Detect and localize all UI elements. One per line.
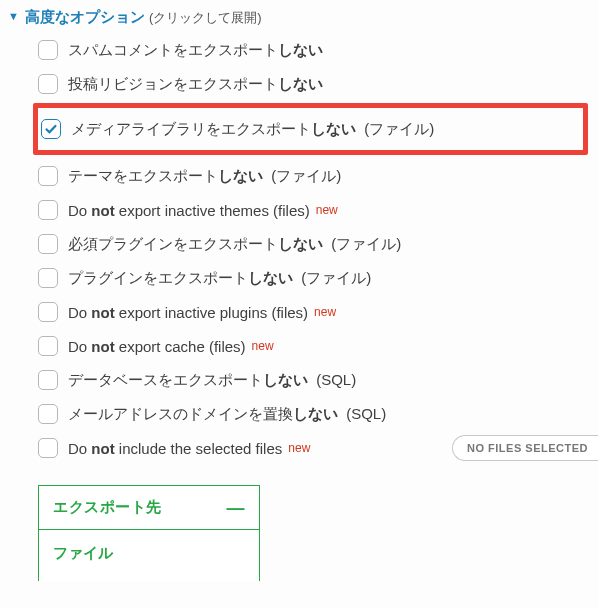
new-badge: new bbox=[314, 305, 336, 319]
option-row: データベースをエクスポートしない (SQL) bbox=[38, 363, 598, 397]
option-label[interactable]: データベースをエクスポートしない (SQL) bbox=[68, 371, 356, 390]
section-hint: (クリックして展開) bbox=[149, 9, 262, 27]
section-title: 高度なオプション bbox=[25, 8, 145, 27]
option-row: 必須プラグインをエクスポートしない (ファイル) bbox=[38, 227, 598, 261]
option-row: メールアドレスのドメインを置換しない (SQL) bbox=[38, 397, 598, 431]
option-label[interactable]: プラグインをエクスポートしない (ファイル) bbox=[68, 269, 371, 288]
option-checkbox[interactable] bbox=[38, 166, 58, 186]
option-checkbox[interactable] bbox=[38, 200, 58, 220]
export-destination-header[interactable]: エクスポート先 — bbox=[39, 486, 259, 530]
option-label[interactable]: テーマをエクスポートしない (ファイル) bbox=[68, 167, 341, 186]
option-label[interactable]: 必須プラグインをエクスポートしない (ファイル) bbox=[68, 235, 401, 254]
option-row: 投稿リビジョンをエクスポートしない bbox=[38, 67, 598, 101]
option-label[interactable]: 投稿リビジョンをエクスポートしない bbox=[68, 75, 323, 94]
collapse-icon: — bbox=[227, 501, 246, 515]
option-row: メディアライブラリをエクスポートしない (ファイル) bbox=[41, 112, 581, 146]
option-row: スパムコメントをエクスポートしない bbox=[38, 33, 598, 67]
option-row: Do not include the selected filesnewNO F… bbox=[38, 431, 598, 465]
no-files-selected-button[interactable]: NO FILES SELECTED bbox=[452, 435, 598, 461]
option-checkbox[interactable] bbox=[38, 370, 58, 390]
option-label[interactable]: メディアライブラリをエクスポートしない (ファイル) bbox=[71, 120, 434, 139]
option-label[interactable]: Do not include the selected files bbox=[68, 440, 282, 457]
option-checkbox[interactable] bbox=[38, 336, 58, 356]
option-label[interactable]: Do not export inactive plugins (files) bbox=[68, 304, 308, 321]
option-row: プラグインをエクスポートしない (ファイル) bbox=[38, 261, 598, 295]
option-checkbox[interactable] bbox=[38, 234, 58, 254]
option-row: Do not export inactive plugins (files)ne… bbox=[38, 295, 598, 329]
option-checkbox[interactable] bbox=[38, 268, 58, 288]
section-header[interactable]: ▼ 高度なオプション (クリックして展開) bbox=[8, 8, 598, 27]
new-badge: new bbox=[316, 203, 338, 217]
option-row: テーマをエクスポートしない (ファイル) bbox=[38, 159, 598, 193]
new-badge: new bbox=[252, 339, 274, 353]
option-label[interactable]: Do not export cache (files) bbox=[68, 338, 246, 355]
option-row: Do not export cache (files)new bbox=[38, 329, 598, 363]
option-checkbox[interactable] bbox=[38, 40, 58, 60]
option-checkbox[interactable] bbox=[38, 74, 58, 94]
option-row: Do not export inactive themes (files)new bbox=[38, 193, 598, 227]
option-checkbox[interactable] bbox=[41, 119, 61, 139]
option-checkbox[interactable] bbox=[38, 404, 58, 424]
option-checkbox[interactable] bbox=[38, 438, 58, 458]
option-checkbox[interactable] bbox=[38, 302, 58, 322]
option-label[interactable]: スパムコメントをエクスポートしない bbox=[68, 41, 323, 60]
new-badge: new bbox=[288, 441, 310, 455]
export-destination-title: エクスポート先 bbox=[53, 498, 162, 517]
option-label[interactable]: メールアドレスのドメインを置換しない (SQL) bbox=[68, 405, 386, 424]
highlighted-option: メディアライブラリをエクスポートしない (ファイル) bbox=[33, 103, 588, 155]
export-destination-box: エクスポート先 — ファイル bbox=[38, 485, 260, 581]
export-destination-file[interactable]: ファイル bbox=[39, 530, 259, 581]
option-label[interactable]: Do not export inactive themes (files) bbox=[68, 202, 310, 219]
options-list: スパムコメントをエクスポートしない投稿リビジョンをエクスポートしないメディアライ… bbox=[8, 33, 598, 465]
advanced-options-section: ▼ 高度なオプション (クリックして展開) スパムコメントをエクスポートしない投… bbox=[0, 0, 598, 581]
disclosure-triangle-icon: ▼ bbox=[8, 10, 19, 22]
